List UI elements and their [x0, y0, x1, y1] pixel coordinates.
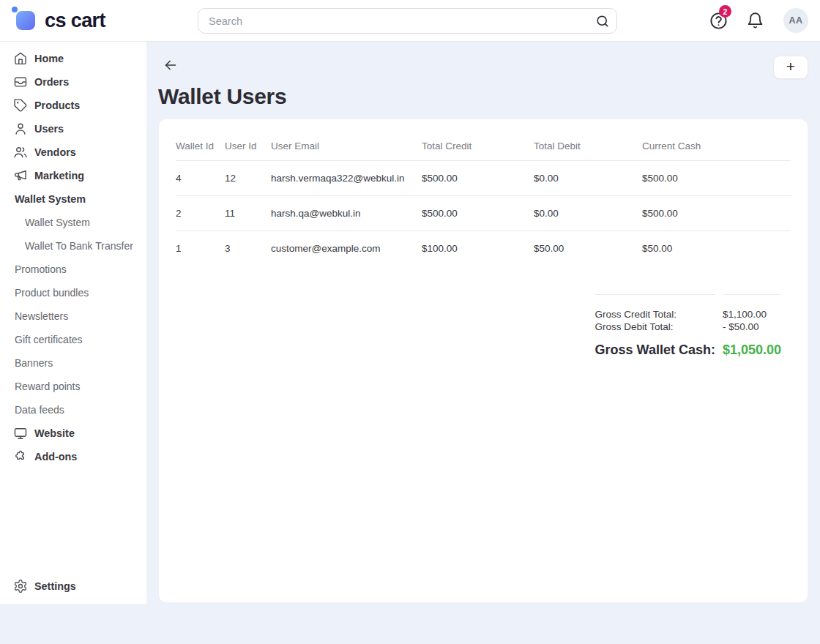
wallet-users-table: Wallet Id User Id User Email Total Credi…	[176, 139, 791, 266]
cell-total-debit: $0.00	[534, 196, 642, 231]
cscart-logo-icon	[16, 11, 35, 30]
gross-credit-value: $1,100.00	[723, 294, 781, 321]
cell-total-credit: $500.00	[422, 196, 534, 231]
sidebar-item-marketing[interactable]: Marketing	[0, 164, 146, 187]
sidebar-item-label: Gift certificates	[15, 334, 83, 345]
cell-total-debit: $50.00	[534, 231, 642, 266]
gross-debit-label: Gross Debit Total:	[595, 321, 715, 333]
column-header-user-id: User Id	[225, 139, 271, 161]
orders-icon	[13, 75, 28, 89]
cell-current-cash: $500.00	[642, 161, 791, 196]
sidebar-item-newsletters[interactable]: Newsletters	[0, 304, 146, 328]
table-header-row: Wallet Id User Id User Email Total Credi…	[176, 139, 791, 161]
table-row: 2 11 harsh.qa@webkul.in $500.00 $0.00 $5…	[176, 196, 791, 231]
search-icon[interactable]	[595, 14, 610, 29]
sidebar-item-label: Home	[34, 53, 64, 64]
column-header-current-cash: Current Cash	[642, 139, 791, 161]
gross-credit-row: Gross Credit Total: $1,100.00	[595, 294, 781, 321]
sidebar-item-wallet-system[interactable]: Wallet System	[0, 211, 146, 234]
cell-wallet-id: 1	[176, 231, 225, 266]
gross-debit-row: Gross Debit Total: - $50.00	[595, 321, 781, 333]
sidebar-item-label: Orders	[34, 76, 69, 88]
sidebar-item-home[interactable]: Home	[0, 47, 146, 70]
marketing-icon	[13, 168, 28, 183]
cell-user-id: 12	[225, 161, 271, 196]
sidebar-item-label: Newsletters	[15, 310, 68, 322]
users-icon	[13, 121, 28, 136]
sidebar-item-label: Promotions	[15, 263, 67, 275]
avatar-initials: AA	[789, 15, 803, 26]
cell-total-debit: $0.00	[534, 161, 642, 196]
sidebar-item-label: Website	[34, 427, 75, 439]
sidebar-item-website[interactable]: Website	[0, 422, 146, 445]
sidebar-item-wallet-to-bank-transfer[interactable]: Wallet To Bank Transfer	[0, 234, 146, 258]
cell-wallet-id: 2	[176, 196, 225, 231]
page-title: Wallet Users	[158, 84, 286, 109]
cell-user-email: harsh.vermaqa322@webkul.in	[271, 161, 422, 196]
sidebar: Home Orders Products Users	[0, 42, 146, 604]
sidebar-item-banners[interactable]: Banners	[0, 351, 146, 375]
help-button[interactable]: 2	[709, 11, 729, 31]
cell-user-email: harsh.qa@webkul.in	[271, 196, 422, 231]
website-icon	[13, 426, 28, 441]
avatar[interactable]: AA	[783, 8, 808, 33]
cscart-logo[interactable]: cs cart	[16, 0, 105, 41]
gross-credit-label: Gross Credit Total:	[595, 294, 715, 321]
cell-current-cash: $50.00	[642, 231, 791, 266]
sidebar-item-vendors[interactable]: Vendors	[0, 141, 146, 164]
vendors-icon	[13, 145, 28, 160]
logo-text: cs cart	[45, 10, 105, 32]
sidebar-item-label: Wallet To Bank Transfer	[25, 240, 133, 252]
cell-user-id: 3	[225, 231, 271, 266]
arrow-left-icon	[163, 57, 179, 73]
sidebar-item-label: Banners	[15, 357, 53, 369]
cell-wallet-id: 4	[176, 161, 225, 196]
sidebar-item-label: Data feeds	[15, 404, 64, 416]
sidebar-item-label: Add-ons	[34, 451, 77, 463]
totals-summary: Gross Credit Total: $1,100.00 Gross Debi…	[588, 294, 789, 359]
sidebar-item-reward-points[interactable]: Reward points	[0, 375, 146, 398]
cell-user-id: 11	[225, 196, 271, 231]
sidebar-item-label: Wallet System	[25, 217, 90, 228]
bell-icon	[746, 12, 764, 30]
help-badge: 2	[719, 5, 731, 18]
products-icon	[13, 98, 28, 113]
search-input[interactable]	[198, 8, 617, 34]
cell-total-credit: $100.00	[422, 231, 534, 266]
sidebar-item-wallet-system-section[interactable]: Wallet System	[0, 187, 146, 211]
home-icon	[13, 51, 28, 66]
sidebar-item-label: Product bundles	[15, 287, 89, 299]
sidebar-item-label: Marketing	[34, 170, 84, 181]
sidebar-item-orders[interactable]: Orders	[0, 70, 146, 94]
back-button[interactable]	[163, 57, 183, 78]
sidebar-item-product-bundles[interactable]: Product bundles	[0, 281, 146, 304]
cell-total-credit: $500.00	[422, 161, 534, 196]
column-header-wallet-id: Wallet Id	[176, 139, 225, 161]
main-content: + Wallet Users Wallet Id User Id User Em…	[146, 42, 820, 644]
plus-icon: +	[786, 58, 795, 75]
wallet-users-card: Wallet Id User Id User Email Total Credi…	[159, 119, 808, 602]
sidebar-item-settings[interactable]: Settings	[0, 574, 146, 598]
cell-user-email: customer@example.com	[271, 231, 422, 266]
sidebar-item-addons[interactable]: Add-ons	[0, 445, 146, 468]
sidebar-item-label: Reward points	[15, 381, 81, 392]
addons-icon	[13, 449, 28, 464]
settings-gear-icon	[13, 579, 28, 594]
sidebar-item-gift-certificates[interactable]: Gift certificates	[0, 328, 146, 351]
topbar: cs cart 2 AA	[0, 0, 820, 42]
sidebar-item-label: Users	[34, 123, 64, 135]
search-bar	[198, 8, 617, 34]
add-wallet-user-button[interactable]: +	[773, 56, 808, 79]
column-header-user-email: User Email	[271, 139, 422, 161]
column-header-total-debit: Total Debit	[534, 139, 642, 161]
gross-debit-value: - $50.00	[723, 321, 781, 333]
sidebar-item-label: Wallet System	[15, 193, 86, 205]
sidebar-item-users[interactable]: Users	[0, 117, 146, 141]
notifications-button[interactable]	[746, 12, 764, 30]
sidebar-item-promotions[interactable]: Promotions	[0, 258, 146, 281]
column-header-total-credit: Total Credit	[422, 139, 534, 161]
sidebar-item-label: Settings	[34, 580, 76, 592]
sidebar-item-data-feeds[interactable]: Data feeds	[0, 398, 146, 422]
sidebar-item-products[interactable]: Products	[0, 94, 146, 117]
sidebar-item-label: Products	[34, 100, 80, 111]
